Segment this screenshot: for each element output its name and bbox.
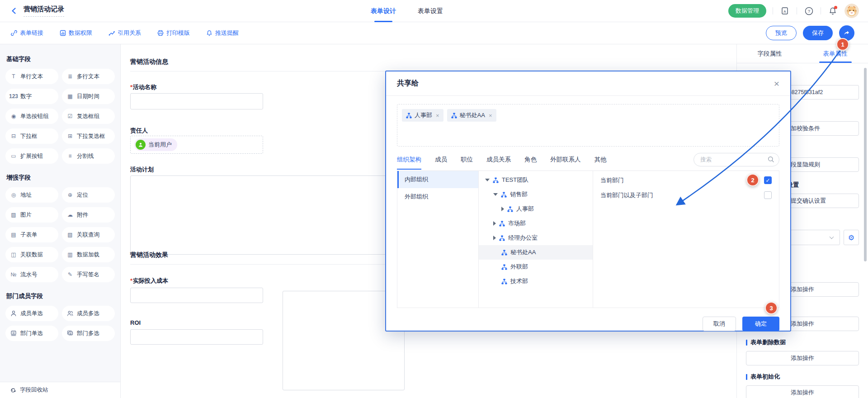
caret-right-icon[interactable]	[501, 207, 504, 211]
divider-icon: ≡	[66, 152, 74, 160]
tree-node-test-team[interactable]: TEST团队	[479, 173, 593, 187]
search-input[interactable]	[693, 153, 779, 166]
option-current-dept-and-sub[interactable]: 当前部门以及子部门	[593, 188, 779, 203]
tab-org-structure[interactable]: 组织架构	[397, 156, 421, 169]
field-item-image[interactable]: ▨图片	[5, 207, 58, 223]
plan-textarea[interactable]	[130, 175, 410, 255]
add-action-button-delete[interactable]: 添加操作	[746, 351, 859, 365]
contacts-book-icon[interactable]: A	[779, 5, 790, 16]
form-canvas[interactable]: 营销活动信息 *活动名称 责任人 当前用户 活动计划 营销活动效果 *实际投入成…	[121, 44, 736, 398]
field-item-subform[interactable]: ▤子表单	[5, 227, 58, 242]
field-item-member-single[interactable]: 成员单选	[5, 306, 58, 321]
activity-name-input[interactable]	[130, 93, 263, 109]
add-action-button-init[interactable]: 添加操作	[746, 385, 859, 398]
tab-members[interactable]: 成员	[435, 156, 447, 169]
remove-chip-icon[interactable]: ×	[436, 112, 439, 119]
option-current-dept[interactable]: 当前部门 2 ✓	[593, 173, 779, 188]
tree-node-hr-dept[interactable]: 人事部	[479, 202, 593, 216]
field-item-dept-multi[interactable]: 部门多选	[62, 326, 115, 341]
org-icon	[501, 279, 507, 284]
tab-others[interactable]: 其他	[594, 156, 607, 169]
field-item-address[interactable]: ◎地址	[5, 187, 58, 203]
tree-node-marketing-dept[interactable]: 市场部	[479, 216, 593, 231]
preview-button[interactable]: 预览	[766, 26, 797, 40]
selected-targets-box[interactable]: 人事部 × 秘书处AA ×	[397, 104, 779, 147]
field-item-multi-select[interactable]: ⊞下拉复选框	[62, 128, 115, 144]
caret-right-icon[interactable]	[493, 221, 496, 226]
field-item-checkbox-group[interactable]: ☑复选框组	[62, 109, 115, 124]
field-label-roi: ROI	[130, 319, 141, 326]
field-item-number[interactable]: 123数字	[5, 89, 58, 104]
toolbar-link-label: 引用关系	[118, 29, 141, 37]
confirm-button[interactable]: 确定	[742, 317, 779, 331]
step-badge-1: 1	[836, 38, 849, 51]
remove-chip-icon[interactable]: ×	[489, 112, 492, 119]
checkbox-checked[interactable]: ✓	[764, 176, 772, 184]
chip-label: 秘书处AA	[460, 111, 485, 119]
cost-input[interactable]	[130, 288, 263, 303]
location-icon: ⊕	[66, 191, 74, 199]
tab-form-settings[interactable]: 表单设置	[418, 0, 443, 22]
caret-down-icon[interactable]	[485, 179, 490, 181]
notification-bell-icon[interactable]	[827, 5, 838, 16]
field-item-attachment[interactable]: ☁附件	[62, 207, 115, 223]
share-dialog-tabs: 组织架构 成员 职位 成员关系 角色 外部联系人 其他	[397, 154, 779, 171]
field-item-label: 数据加载	[77, 251, 99, 259]
tab-external-contacts[interactable]: 外部联系人	[550, 156, 581, 169]
field-item-member-multi[interactable]: 成员多选	[62, 306, 115, 321]
tab-form-properties[interactable]: 表单属性	[802, 44, 868, 63]
field-item-select[interactable]: ⊟下拉框	[5, 128, 58, 144]
field-item-divider[interactable]: ≡分割线	[62, 148, 115, 164]
field-item-serial-number[interactable]: №流水号	[5, 267, 58, 282]
form-link-action[interactable]: 表单链接	[11, 29, 43, 37]
tab-positions[interactable]: 职位	[461, 156, 473, 169]
panel-scrollbar[interactable]	[864, 68, 867, 261]
tree-node-manager-office[interactable]: 经理办公室	[479, 231, 593, 245]
layout-settings-button[interactable]: ⚙	[844, 230, 859, 245]
tab-member-relations[interactable]: 成员关系	[486, 156, 511, 169]
roi-input[interactable]	[130, 329, 263, 345]
field-item-linked-data[interactable]: ◫关联数据	[5, 247, 58, 262]
help-icon[interactable]: ?	[803, 5, 814, 16]
field-item-multi-line-text[interactable]: ≣多行文本	[62, 69, 115, 84]
field-item-radio-group[interactable]: ◉单选按钮组	[5, 109, 58, 124]
field-recycle-bin[interactable]: 字段回收站	[0, 382, 120, 398]
caret-right-icon[interactable]	[493, 236, 496, 240]
field-item-datetime[interactable]: ▦日期时间	[62, 89, 115, 104]
radio-icon: ◉	[10, 113, 17, 120]
selected-chip-secretary-dept[interactable]: 秘书处AA ×	[447, 109, 496, 122]
checkbox-unchecked[interactable]	[764, 191, 772, 199]
field-item-extend-button[interactable]: ▭扩展按钮	[5, 148, 58, 164]
avatar[interactable]	[844, 4, 859, 18]
save-button[interactable]: 保存	[803, 26, 833, 40]
tree-node-outreach-dept[interactable]: 外联部	[479, 260, 593, 274]
owner-field[interactable]: 当前用户	[130, 136, 263, 154]
internal-org-item[interactable]: 内部组织	[397, 171, 478, 188]
tree-node-tech-dept[interactable]: 技术部	[479, 274, 593, 289]
external-org-item[interactable]: 外部组织	[397, 188, 478, 205]
data-manage-button[interactable]: 数据管理	[728, 4, 766, 18]
toolbar-link-label: 推送提醒	[215, 29, 239, 37]
push-reminder-action[interactable]: 推送提醒	[206, 29, 239, 37]
close-icon[interactable]: ×	[774, 79, 779, 88]
cancel-button[interactable]: 取消	[703, 317, 736, 331]
tab-roles[interactable]: 角色	[524, 156, 537, 169]
tab-form-design[interactable]: 表单设计	[371, 0, 396, 22]
field-item-single-line-text[interactable]: T单行文本	[5, 69, 58, 84]
current-user-chip[interactable]: 当前用户	[134, 138, 177, 151]
field-item-dept-single[interactable]: 部门单选	[5, 326, 58, 341]
search-icon	[768, 156, 774, 163]
tab-field-properties[interactable]: 字段属性	[737, 44, 802, 63]
data-permission-action[interactable]: 数据权限	[60, 29, 92, 37]
tree-node-secretary-dept[interactable]: 秘书处AA	[479, 245, 593, 260]
field-item-data-load[interactable]: ▥数据加载	[62, 247, 115, 262]
back-icon[interactable]	[9, 6, 19, 16]
caret-down-icon[interactable]	[493, 193, 498, 196]
field-item-location[interactable]: ⊕定位	[62, 187, 115, 203]
reference-relation-action[interactable]: 引用关系	[108, 29, 141, 37]
selected-chip-hr-dept[interactable]: 人事部 ×	[402, 109, 443, 122]
print-template-action[interactable]: 打印模版	[157, 29, 190, 37]
field-item-signature[interactable]: ✎手写签名	[62, 267, 115, 282]
tree-node-sales-dept[interactable]: 销售部	[479, 187, 593, 202]
field-item-linked-query[interactable]: ▧关联查询	[62, 227, 115, 242]
